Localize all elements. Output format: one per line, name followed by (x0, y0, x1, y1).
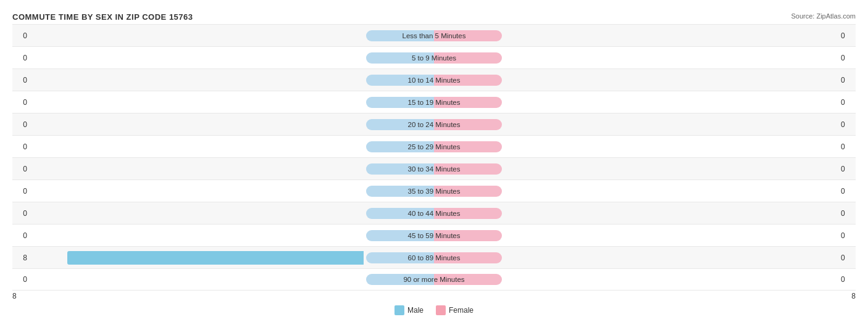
male-bar-side (31, 225, 366, 246)
chart-row: 0 30 to 34 Minutes 0 (12, 157, 856, 180)
bar-male (67, 251, 364, 265)
legend-male-box (394, 305, 404, 315)
chart-title: COMMUTE TIME BY SEX IN ZIP CODE 15763 (12, 12, 193, 22)
female-value: 0 (837, 76, 856, 85)
chart-row: 8 60 to 89 Minutes 0 (12, 246, 856, 268)
row-label: 5 to 9 Minutes (366, 52, 502, 64)
male-value: 0 (12, 187, 31, 196)
male-bar-side (31, 180, 366, 202)
row-label: 90 or more Minutes (366, 274, 502, 285)
chart-row: 0 5 to 9 Minutes 0 (12, 46, 856, 68)
chart-row: 0 45 to 59 Minutes 0 (12, 224, 856, 246)
row-label: Less than 5 Minutes (366, 30, 502, 41)
male-bar-side (31, 69, 366, 91)
chart-row: 0 40 to 44 Minutes 0 (12, 202, 856, 224)
legend-male-label: Male (407, 306, 424, 315)
female-bar-side (502, 69, 837, 91)
axis-left: 8 (12, 292, 17, 300)
row-label: 40 to 44 Minutes (366, 208, 502, 219)
male-bar-side (31, 47, 366, 68)
chart-row: 0 90 or more Minutes 0 (12, 268, 856, 291)
female-bar-side (502, 158, 837, 180)
chart-area: 0 Less than 5 Minutes 0 0 5 to 9 Minutes (12, 24, 856, 291)
female-bar-side (502, 225, 837, 246)
female-bar-side (502, 202, 837, 224)
row-label: 25 to 29 Minutes (366, 141, 502, 152)
chart-row: 0 15 to 19 Minutes 0 (12, 91, 856, 113)
row-label: 30 to 34 Minutes (366, 163, 502, 175)
axis-labels: 8 8 (12, 292, 856, 300)
male-value: 0 (12, 275, 31, 284)
row-label: 10 to 14 Minutes (366, 75, 502, 86)
female-bar-side (502, 247, 837, 268)
row-label: 20 to 24 Minutes (366, 119, 502, 130)
female-value: 0 (837, 187, 856, 196)
axis-right: 8 (851, 292, 856, 300)
legend: Male Female (12, 305, 856, 315)
male-bar-side (31, 202, 366, 224)
male-bar-side (31, 114, 366, 135)
female-bar-side (502, 136, 837, 157)
male-value: 0 (12, 31, 31, 40)
male-value: 8 (12, 254, 31, 262)
male-value: 0 (12, 209, 31, 218)
male-bar-side (31, 247, 366, 268)
female-value: 0 (837, 231, 856, 240)
female-bar-side (502, 91, 837, 113)
female-value: 0 (837, 31, 856, 40)
female-value: 0 (837, 120, 856, 129)
chart-row: 0 35 to 39 Minutes 0 (12, 180, 856, 202)
row-label: 35 to 39 Minutes (366, 186, 502, 197)
female-bar-side (502, 25, 837, 46)
female-value: 0 (837, 275, 856, 284)
male-value: 0 (12, 54, 31, 62)
male-value: 0 (12, 76, 31, 85)
legend-female-label: Female (449, 306, 474, 315)
chart-container: COMMUTE TIME BY SEX IN ZIP CODE 15763 So… (0, 6, 868, 322)
chart-row: 0 20 to 24 Minutes 0 (12, 113, 856, 135)
source-line: Source: ZipAtlas.com (791, 12, 856, 20)
legend-female-box (436, 305, 446, 315)
female-bar-side (502, 114, 837, 135)
male-value: 0 (12, 165, 31, 173)
row-label: 60 to 89 Minutes (366, 252, 502, 263)
chart-row: 0 10 to 14 Minutes 0 (12, 68, 856, 91)
male-value: 0 (12, 98, 31, 107)
chart-row: 0 Less than 5 Minutes 0 (12, 24, 856, 46)
male-bar-side (31, 25, 366, 46)
female-bar-side (502, 47, 837, 68)
row-label: 15 to 19 Minutes (366, 97, 502, 108)
male-bar-side (31, 136, 366, 157)
male-value: 0 (12, 120, 31, 129)
legend-female: Female (436, 305, 474, 315)
male-bar-side (31, 158, 366, 180)
male-value: 0 (12, 142, 31, 151)
legend-male: Male (394, 305, 424, 315)
female-bar-side (502, 269, 837, 290)
chart-row: 0 25 to 29 Minutes 0 (12, 135, 856, 157)
female-value: 0 (837, 54, 856, 62)
female-value: 0 (837, 142, 856, 151)
female-value: 0 (837, 254, 856, 262)
female-value: 0 (837, 165, 856, 173)
female-bar-side (502, 180, 837, 202)
row-label: 45 to 59 Minutes (366, 230, 502, 241)
male-value: 0 (12, 231, 31, 240)
male-bar-side (31, 269, 366, 290)
female-value: 0 (837, 209, 856, 218)
male-bar-side (31, 91, 366, 113)
female-value: 0 (837, 98, 856, 107)
